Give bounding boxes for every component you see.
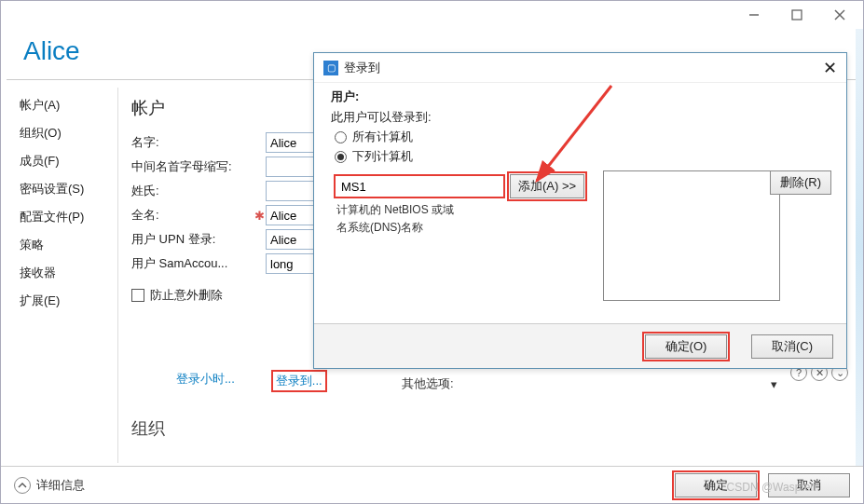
other-options-label: 其他选项: — [402, 375, 454, 392]
sidebar-item-org[interactable]: 组织(O) — [20, 119, 117, 147]
radio-listed-computers[interactable]: 下列计算机 — [335, 148, 830, 165]
sidebar-item-password[interactable]: 密码设置(S) — [20, 175, 117, 203]
sidebar-item-policy[interactable]: 策略 — [20, 231, 117, 259]
sidebar: 帐户(A) 组织(O) 成员(F) 密码设置(S) 配置文件(P) 策略 接收器… — [1, 88, 118, 463]
sidebar-item-account[interactable]: 帐户(A) — [20, 91, 117, 119]
required-icon: ✱ — [253, 209, 266, 223]
sidebar-item-member[interactable]: 成员(F) — [20, 147, 117, 175]
logon-to-link[interactable]: 登录到... — [272, 371, 326, 391]
radio-label: 所有计算机 — [352, 129, 413, 145]
chevron-up-icon — [14, 477, 31, 494]
hint-text: 此用户可以登录到: — [331, 109, 830, 126]
section-org: 组织 — [131, 417, 848, 440]
prevent-delete-label: 防止意外删除 — [150, 287, 223, 304]
delete-button[interactable]: 删除(R) — [770, 170, 831, 195]
dialog-ok-button[interactable]: 确定(O) — [645, 334, 727, 359]
dialog-footer: 确定(O) 取消(C) — [314, 323, 846, 368]
minimize-button[interactable] — [733, 2, 775, 28]
label: 全名: — [131, 207, 253, 224]
dialog-titlebar: ▢ 登录到 ✕ — [314, 53, 846, 83]
label: 姓氏: — [131, 183, 253, 199]
radio-icon — [335, 151, 347, 163]
cancel-button[interactable]: 取消 — [768, 473, 850, 497]
add-button[interactable]: 添加(A) >> — [510, 174, 584, 198]
dialog-cancel-button[interactable]: 取消(C) — [751, 334, 833, 359]
scrollbar[interactable] — [856, 29, 863, 466]
computer-list[interactable] — [603, 170, 780, 301]
label: 中间名首字母缩写: — [131, 158, 253, 175]
label: 用户 UPN 登录: — [131, 231, 253, 248]
other-options-row[interactable]: 其他选项: ▾ — [402, 375, 777, 392]
sidebar-item-receiver[interactable]: 接收器 — [20, 259, 117, 287]
main-window: Alice 帐户(A) 组织(O) 成员(F) 密码设置(S) 配置文件(P) … — [0, 0, 864, 504]
dialog-close-button[interactable]: ✕ — [823, 58, 837, 78]
label: 名字: — [131, 134, 253, 151]
label: 用户 SamAccou... — [131, 255, 253, 272]
footer: 详细信息 确定 取消 — [1, 466, 863, 503]
svg-rect-1 — [792, 10, 802, 20]
radio-label: 下列计算机 — [352, 148, 413, 165]
maximize-button[interactable] — [775, 2, 818, 28]
computer-name-input[interactable] — [335, 175, 504, 198]
ok-button[interactable]: 确定 — [675, 473, 757, 497]
radio-icon — [335, 131, 347, 143]
details-toggle[interactable]: 详细信息 — [14, 477, 85, 494]
add-button-highlight: 添加(A) >> — [508, 172, 586, 200]
details-label: 详细信息 — [36, 477, 85, 494]
computer-input-highlight — [335, 175, 504, 198]
dialog-title: 登录到 — [344, 60, 380, 76]
sidebar-item-profile[interactable]: 配置文件(P) — [20, 203, 117, 231]
titlebar — [1, 1, 863, 29]
user-label: 用户: — [331, 89, 830, 105]
chevron-down-icon[interactable]: ▾ — [771, 377, 777, 391]
sidebar-item-ext[interactable]: 扩展(E) — [20, 287, 117, 315]
user-icon: ▢ — [323, 61, 338, 75]
radio-all-computers[interactable]: 所有计算机 — [335, 129, 830, 145]
checkbox-icon[interactable] — [131, 289, 144, 302]
close-button[interactable] — [818, 2, 861, 28]
logon-to-dialog: ▢ 登录到 ✕ 用户: 此用户可以登录到: 所有计算机 下列计算机 添加(A) … — [313, 52, 847, 369]
dialog-body: 用户: 此用户可以登录到: 所有计算机 下列计算机 添加(A) >> 计算机的 … — [314, 83, 846, 323]
logon-hours-link[interactable]: 登录小时... — [176, 371, 235, 391]
